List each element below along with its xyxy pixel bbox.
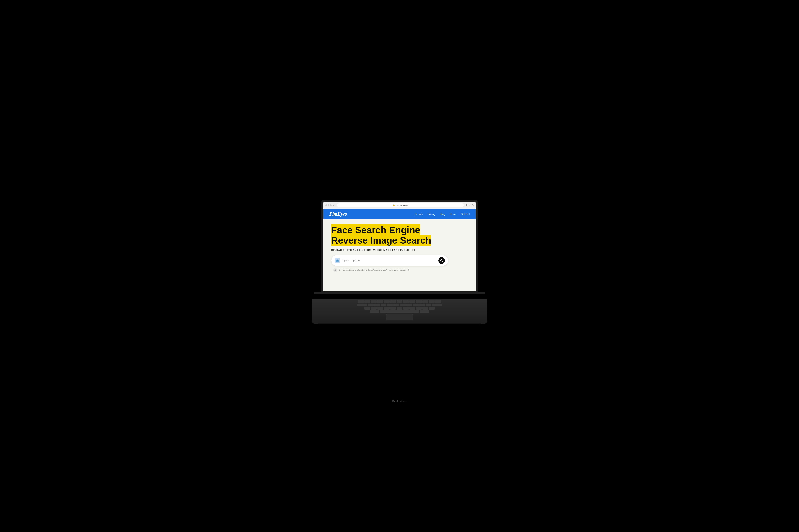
trackpad[interactable] [386,314,413,320]
key [371,307,377,310]
forward-arrow-icon[interactable]: › [335,204,335,207]
key [381,304,386,306]
search-submit-button[interactable] [438,257,445,264]
headline-line2: Reverse Image Search [331,235,468,246]
svg-rect-2 [337,259,338,260]
screen-content: PimEyes Search Pricing Blog News Opt-Out… [323,209,476,291]
main-content: Face Search Engine Reverse Image Search … [323,219,476,276]
url-bar[interactable]: 🔒 pimeyes.com [337,204,464,207]
site-logo[interactable]: PimEyes [329,211,347,217]
keyboard-rows [315,300,484,313]
key [374,304,380,306]
key [377,307,383,310]
key [400,304,406,306]
keyboard-row-3 [317,307,482,310]
key [384,307,389,310]
laptop-screen-bezel: ‹ › 🔒 pimeyes.com ⬆ + ⧉ PimEyes Search [322,200,477,293]
nav-search[interactable]: Search [415,212,423,216]
laptop-keyboard: MacBook Air [312,299,487,324]
key [413,304,419,306]
camera-hint-icon [333,268,338,272]
minimize-dot [328,205,329,206]
key [371,300,377,303]
key [419,304,425,306]
nav-blog[interactable]: Blog [440,212,445,216]
spacebar-key [380,310,419,313]
key [390,307,396,310]
svg-point-1 [337,260,338,261]
key [377,300,383,303]
key [384,300,389,303]
search-bar[interactable] [331,255,448,266]
key [410,300,415,303]
keyboard-row-4 [317,310,482,313]
svg-rect-7 [335,269,336,270]
key [422,307,428,310]
headline-highlight-1: Face Search Engine [331,225,420,235]
key [394,304,399,306]
camera-upload-icon[interactable] [334,258,340,263]
key [370,310,379,313]
fullscreen-dot [330,205,332,206]
laptop-brand-label: MacBook Air [393,400,407,402]
close-dot [325,205,327,206]
nav-optout[interactable]: Opt-Out [461,212,470,216]
key [410,307,415,310]
key [416,300,422,303]
key [432,304,442,306]
nav-links: Search Pricing Blog News Opt-Out [415,212,470,216]
key [358,300,364,303]
new-tab-icon[interactable]: + [469,204,471,207]
browser-nav-arrows: ‹ › [333,204,335,207]
keyboard-row-2 [317,304,482,306]
key [406,304,412,306]
key [416,307,422,310]
svg-line-4 [442,261,443,262]
key [364,300,370,303]
headline-highlight-2: Reverse Image Search [331,235,431,246]
key [403,307,409,310]
headline-line1: Face Search Engine [331,225,468,235]
key [420,310,429,313]
key [397,300,402,303]
subtitle-text: UPLOAD PHOTO AND FIND OUT WHERE IMAGES A… [331,249,468,251]
camera-hint-text: Or you can take a photo with the device'… [339,269,410,271]
lock-icon: 🔒 [393,204,395,206]
url-text: pimeyes.com [396,204,408,206]
keyboard-row-1 [317,300,482,303]
camera-svg [336,259,339,262]
key [403,300,409,303]
back-arrow-icon[interactable]: ‹ [333,204,334,207]
key [390,300,396,303]
key [429,307,435,310]
key [364,307,370,310]
svg-point-6 [335,270,336,271]
headline: Face Search Engine Reverse Image Search [331,225,468,246]
nav-pricing[interactable]: Pricing [428,212,435,216]
key [435,300,441,303]
browser-traffic-lights [325,205,332,206]
tabs-icon[interactable]: ⧉ [472,204,474,207]
camera-hint: Or you can take a photo with the device'… [331,268,448,272]
laptop-foot [317,323,482,324]
key [422,300,428,303]
camera-small-icon [334,269,336,271]
laptop-hinge [314,292,485,294]
browser-action-icons: ⬆ + ⧉ [466,204,474,207]
laptop-scene: ‹ › 🔒 pimeyes.com ⬆ + ⧉ PimEyes Search [312,200,487,332]
search-icon [440,259,443,262]
key [368,304,374,306]
nav-news[interactable]: News [450,212,456,216]
key [357,304,367,306]
search-bar-container: Or you can take a photo with the device'… [331,255,448,272]
share-icon[interactable]: ⬆ [466,204,468,207]
browser-chrome: ‹ › 🔒 pimeyes.com ⬆ + ⧉ [323,202,476,209]
key [387,304,393,306]
site-nav: PimEyes Search Pricing Blog News Opt-Out [323,209,476,219]
key [397,307,402,310]
key [425,304,432,306]
key [429,300,435,303]
photo-upload-input[interactable] [342,259,436,262]
